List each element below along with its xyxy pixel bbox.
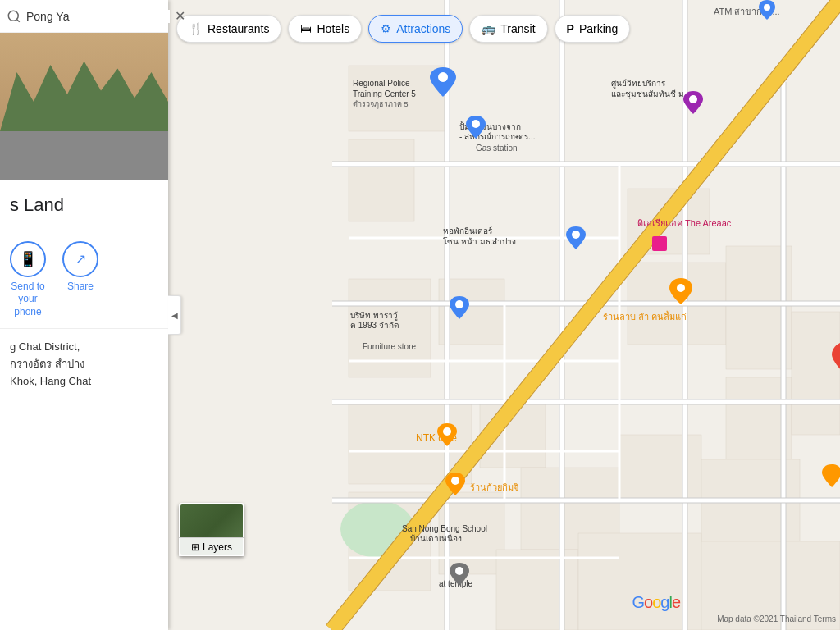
svg-text:Furniture store: Furniture store [363, 342, 416, 351]
svg-text:- สหกรณ์การเกษตร...: - สหกรณ์การเกษตร... [459, 132, 535, 141]
svg-text:San Nong Bong School: San Nong Bong School [402, 524, 487, 533]
svg-rect-11 [792, 312, 840, 435]
map[interactable]: Regional Police Training Center 5 ตำรวจภ… [168, 0, 840, 630]
search-bar: ✕ [0, 0, 168, 33]
svg-text:Regional Police: Regional Police [353, 79, 410, 88]
sidebar: ✕ s Land 📱 Send toyourphone ↗ Share g Ch… [0, 0, 168, 630]
transit-label: Transit [500, 22, 535, 35]
svg-point-71 [689, 95, 697, 103]
svg-point-78 [443, 427, 451, 436]
svg-text:ศูนย์วิทยบริการ: ศูนย์วิทยบริการ [611, 79, 666, 89]
svg-rect-17 [619, 435, 701, 500]
svg-point-70 [472, 120, 480, 128]
svg-text:และชุมชนสัมทันชี ม...: และชุมชนสัมทันชี ม... [611, 89, 691, 99]
filter-hotels[interactable]: 🛏 Hotels [288, 15, 362, 43]
svg-text:บ้านเตาเหนือง: บ้านเตาเหนือง [410, 534, 462, 543]
layers-icon: ⊞ [191, 541, 199, 553]
parking-icon: P [567, 22, 574, 35]
svg-rect-19 [496, 550, 578, 630]
parking-label: Parking [579, 22, 618, 35]
svg-point-79 [451, 477, 459, 485]
svg-text:ดิเอเรียแอค The Areaac: ดิเอเรียแอค The Areaac [637, 218, 732, 228]
search-input[interactable] [26, 10, 170, 23]
place-photo [0, 33, 168, 180]
svg-point-69 [438, 72, 448, 82]
address-line-3: Khok, Hang Chat [10, 373, 158, 390]
address-section: g Chat District, กรางอัตร สำปาง Khok, Ha… [0, 329, 168, 399]
svg-text:หอพักอินเตอร์: หอพักอินเตอร์ [443, 226, 493, 235]
attractions-icon: ⚙ [381, 22, 391, 35]
share-button[interactable]: ↗ Share [62, 241, 98, 319]
svg-text:Training Center 5: Training Center 5 [353, 89, 416, 98]
svg-point-80 [455, 567, 463, 575]
svg-rect-73 [652, 236, 667, 251]
svg-text:Gas station: Gas station [476, 144, 518, 153]
svg-text:ร้านลาบ ลำ คนลิ้มแก่: ร้านลาบ ลำ คนลิ้มแก่ [603, 310, 687, 322]
filter-parking[interactable]: P Parking [555, 15, 631, 43]
filter-restaurants[interactable]: 🍴 Restaurants [176, 15, 281, 43]
restaurants-label: Restaurants [208, 22, 269, 35]
address-line-1: g Chat District, [10, 339, 158, 356]
svg-point-81 [764, 4, 770, 11]
attractions-label: Attractions [396, 22, 450, 35]
phone-icon: 📱 [10, 241, 46, 277]
restaurants-icon: 🍴 [189, 22, 203, 35]
svg-text:ร้านก้วยกิมจิ: ร้านก้วยกิมจิ [470, 482, 518, 492]
collapse-sidebar-button[interactable]: ◀ [168, 295, 181, 335]
filter-attractions[interactable]: ⚙ Attractions [368, 15, 463, 43]
send-to-phone-label: Send toyourphone [11, 281, 44, 319]
hotels-icon: 🛏 [300, 22, 312, 35]
svg-line-1 [16, 19, 19, 21]
filter-transit[interactable]: 🚌 Transit [469, 15, 547, 43]
svg-rect-4 [349, 139, 414, 221]
svg-point-72 [572, 231, 580, 239]
search-button[interactable] [7, 9, 21, 24]
svg-text:บริษัท พาราวู้: บริษัท พาราวู้ [350, 311, 398, 321]
hotels-label: Hotels [317, 22, 349, 35]
svg-point-74 [677, 284, 685, 292]
svg-point-0 [8, 11, 18, 21]
share-label: Share [67, 281, 94, 294]
svg-text:ตำรวจภูธรภาค 5: ตำรวจภูธรภาค 5 [353, 100, 409, 109]
place-info: s Land [0, 180, 168, 231]
place-title: s Land [10, 194, 158, 217]
transit-icon: 🚌 [482, 22, 495, 35]
address-line-2: กรางอัตร สำปาง [10, 356, 158, 373]
close-button[interactable]: ✕ [175, 8, 185, 24]
map-data-text: Map data ©2021 Thailand Terms [717, 614, 836, 623]
svg-text:ต 1993 จำกัด: ต 1993 จำกัด [350, 321, 399, 330]
share-icon: ↗ [62, 241, 98, 277]
action-buttons: 📱 Send toyourphone ↗ Share [0, 231, 168, 330]
svg-text:โซน หน้า มธ.สำปาง: โซน หน้า มธ.สำปาง [443, 236, 516, 246]
layers-label: Layers [203, 541, 232, 553]
send-to-phone-button[interactable]: 📱 Send toyourphone [10, 241, 46, 319]
svg-point-75 [455, 300, 463, 308]
layers-button[interactable]: ⊞ Layers [179, 537, 244, 556]
